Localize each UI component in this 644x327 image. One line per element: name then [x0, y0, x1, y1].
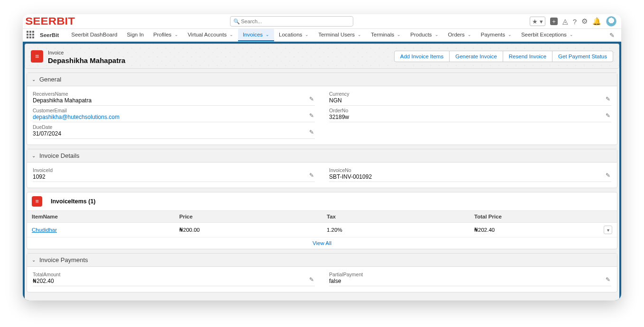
brand-logo: SEERBIT — [28, 14, 73, 28]
edit-pencil-icon[interactable]: ✎ — [309, 96, 314, 102]
cell-value: ₦202.40 — [469, 223, 599, 237]
nav-item-seerbit-exceptions[interactable]: Seerbit Exceptions⌄ — [516, 29, 578, 41]
guidance-icon[interactable]: ◬ — [562, 17, 568, 26]
chevron-down-icon: ⌄ — [358, 32, 361, 37]
section-general-header[interactable]: ⌄ General — [27, 73, 617, 86]
field-orderno: OrderNo32189w✎ — [329, 107, 611, 122]
chevron-down-icon: ⌄ — [397, 32, 401, 37]
field-value: ₦202.40 — [33, 277, 315, 284]
nav-item-virtual-accounts[interactable]: Virtual Accounts⌄ — [183, 29, 238, 41]
cell-value: ₦200.00 — [175, 223, 322, 237]
help-icon[interactable]: ? — [573, 18, 577, 26]
record-title: Depashikha Mahapatra — [48, 56, 125, 64]
chevron-down-icon: ⌄ — [508, 32, 512, 37]
field-label: TotalAmount — [33, 272, 315, 277]
field-invoiceno: InvoiceNoSBT-INV-001092✎ — [329, 166, 611, 182]
field-value: NGN — [329, 97, 611, 104]
item-link[interactable]: Chudidhar — [32, 227, 57, 233]
row-actions-menu[interactable]: ▾ — [604, 226, 612, 234]
nav-item-label: Terminals — [371, 32, 394, 37]
field-label: PartialPayment — [329, 272, 611, 277]
nav-item-label: Seerbit Exceptions — [521, 32, 567, 37]
edit-pencil-icon[interactable]: ✎ — [309, 276, 314, 283]
nav-item-seerbit-dashboard[interactable]: Seerbit DashBoard — [66, 29, 122, 41]
field-partialpayment: PartialPaymentfalse✎ — [329, 271, 611, 286]
edit-pencil-icon[interactable]: ✎ — [309, 112, 314, 119]
chevron-down-icon: ⌄ — [230, 32, 233, 37]
invoice-items-icon — [32, 196, 42, 207]
field-label: InvoiceId — [33, 167, 315, 173]
section-invoice-details-header[interactable]: ⌄ Invoice Details — [27, 149, 617, 163]
resend-invoice-button[interactable]: Resend Invoice — [503, 51, 552, 62]
nav-item-terminals[interactable]: Terminals⌄ — [366, 29, 405, 41]
field-currency: CurrencyNGN✎ — [329, 90, 611, 106]
nav-item-terminal-users[interactable]: Terminal Users⌄ — [313, 29, 366, 41]
generate-invoice-button[interactable]: Generate Invoice — [450, 51, 503, 62]
nav-item-locations[interactable]: Locations⌄ — [274, 29, 313, 41]
invoice-object-icon — [31, 50, 43, 63]
field-label: InvoiceNo — [329, 167, 611, 173]
nav-item-invoices[interactable]: Invoices⌄ — [238, 29, 274, 41]
view-all-link[interactable]: View All — [313, 240, 331, 246]
edit-nav-pencil-icon[interactable]: ✎ — [607, 32, 617, 39]
field-totalamount: TotalAmount₦202.40✎ — [33, 271, 315, 286]
create-icon[interactable]: ＋ — [550, 18, 558, 25]
setup-gear-icon[interactable]: ⚙ — [581, 17, 588, 26]
nav-item-orders[interactable]: Orders⌄ — [443, 29, 476, 41]
chevron-down-icon: ⌄ — [435, 32, 439, 37]
chevron-down-icon: ⌄ — [32, 257, 36, 263]
nav-item-label: Seerbit DashBoard — [71, 32, 117, 37]
cell-value: 1.20% — [322, 223, 469, 237]
nav-item-label: Invoices — [243, 32, 263, 37]
field-duedate: DueDate31/07/2024✎ — [33, 123, 315, 139]
edit-pencil-icon[interactable]: ✎ — [606, 172, 610, 179]
field-label: CustomerEmail — [33, 108, 315, 113]
nav-item-label: Terminal Users — [318, 32, 355, 37]
field-value: Depashikha Mahapatra — [33, 97, 315, 104]
column-header: ItemName — [27, 211, 175, 223]
field-value[interactable]: depashikha@hutechsolutions.com — [33, 113, 315, 120]
field-value: 31/07/2024 — [33, 130, 315, 137]
field-value: false — [329, 277, 611, 284]
edit-pencil-icon[interactable]: ✎ — [309, 172, 314, 179]
nav-item-label: Sign In — [127, 32, 144, 37]
field-value: 32189w — [329, 113, 611, 120]
field-label: OrderNo — [329, 108, 611, 113]
section-invoice-payments-header[interactable]: ⌄ Invoice Payments — [27, 254, 617, 267]
chevron-down-icon: ⌄ — [305, 32, 309, 37]
field-customeremail: CustomerEmaildepashikha@hutechsolutions.… — [33, 107, 315, 122]
global-search-input[interactable] — [230, 16, 353, 27]
chevron-down-icon: ⌄ — [32, 77, 36, 82]
table-row: Chudidhar₦200.001.20%₦202.40▾ — [27, 223, 617, 237]
app-launcher-icon[interactable] — [27, 31, 35, 39]
edit-pencil-icon[interactable]: ✎ — [606, 112, 610, 119]
favorites-button[interactable]: ★ ▾ — [530, 17, 545, 26]
record-object-label: Invoice — [48, 50, 64, 55]
chevron-down-icon: ⌄ — [175, 32, 178, 37]
edit-pencil-icon[interactable]: ✎ — [606, 276, 610, 283]
add-invoice-items-button[interactable]: Add Invoice Items — [394, 51, 450, 62]
notifications-bell-icon[interactable]: 🔔 — [592, 17, 601, 26]
edit-pencil-icon[interactable]: ✎ — [309, 129, 314, 136]
field-invoiceid: InvoiceId1092✎ — [33, 166, 315, 182]
section-invoice-details-title: Invoice Details — [39, 152, 80, 159]
get-payment-status-button[interactable]: Get Payment Status — [552, 51, 613, 62]
nav-item-label: Locations — [279, 32, 302, 37]
app-name: SeerBit — [40, 32, 59, 38]
chevron-down-icon: ⌄ — [32, 153, 36, 158]
field-receiversname: ReceiversNameDepashikha Mahapatra✎ — [33, 90, 315, 106]
nav-item-sign-in[interactable]: Sign In — [122, 29, 148, 41]
nav-item-label: Products — [410, 32, 432, 37]
nav-item-label: Payments — [481, 32, 505, 37]
nav-item-products[interactable]: Products⌄ — [405, 29, 443, 41]
column-header: Price — [175, 211, 322, 223]
column-header: Total Price — [469, 211, 599, 223]
section-invoice-payments-title: Invoice Payments — [39, 256, 88, 263]
nav-item-profiles[interactable]: Profiles⌄ — [148, 29, 183, 41]
avatar[interactable] — [606, 16, 616, 27]
field-label: Currency — [329, 91, 611, 97]
edit-pencil-icon[interactable]: ✎ — [606, 96, 610, 102]
column-header: Tax — [322, 211, 469, 223]
chevron-down-icon: ⌄ — [266, 32, 269, 37]
nav-item-payments[interactable]: Payments⌄ — [476, 29, 516, 41]
